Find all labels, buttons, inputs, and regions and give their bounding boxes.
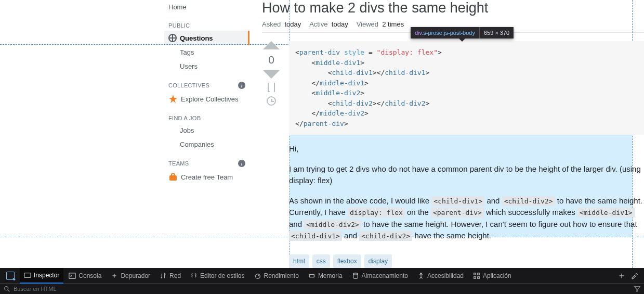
tab-style-editor[interactable]: Editor de estilos <box>186 268 248 284</box>
tab-application[interactable]: Aplicación <box>469 268 516 284</box>
tab-accessibility[interactable]: Accesibilidad <box>413 268 468 284</box>
style-icon <box>190 272 198 279</box>
post-body: <parent-div style = "display: flex"> <mi… <box>289 41 644 268</box>
console-icon <box>69 272 76 279</box>
network-icon <box>160 272 167 279</box>
tab-inspector[interactable]: Inspector <box>20 268 63 284</box>
inline-code: <child-div2> <box>502 196 555 206</box>
tab-inspector-label: Inspector <box>34 272 59 279</box>
left-sidebar: Home PUBLIC Questions Tags Users COLLECT… <box>164 0 249 268</box>
svg-point-13 <box>5 287 8 290</box>
svg-rect-2 <box>172 174 175 176</box>
sidebar-create-team[interactable]: Create free Team <box>164 169 249 185</box>
paragraph: As shown in the above code, I would like… <box>289 195 644 242</box>
svg-point-8 <box>420 273 422 274</box>
tab-storage[interactable]: Almacenamiento <box>348 268 412 284</box>
svg-rect-12 <box>478 276 480 278</box>
upvote-button[interactable] <box>263 41 280 49</box>
sidebar-tags[interactable]: Tags <box>164 45 249 59</box>
filter-icon[interactable] <box>634 285 641 292</box>
tab-debugger[interactable]: Depurador <box>107 268 154 284</box>
sidebar-explore-collectives[interactable]: Explore Collectives <box>164 91 249 107</box>
sidebar-companies[interactable]: Companies <box>164 137 249 151</box>
tab-console-label: Consola <box>78 272 101 279</box>
devtools-search-row <box>0 284 644 294</box>
tab-console[interactable]: Consola <box>64 268 106 284</box>
svg-rect-3 <box>24 273 31 277</box>
tag-list: html css flexbox display <box>289 254 644 268</box>
info-icon[interactable]: i <box>238 82 245 89</box>
tooltip-arrow <box>459 39 465 42</box>
inline-code: <child-div2> <box>359 231 412 241</box>
inline-code: <middle-div1> <box>577 208 635 218</box>
sidebar-users[interactable]: Users <box>164 59 249 73</box>
svg-rect-6 <box>310 274 314 277</box>
sidebar-teams-header: TEAMS i <box>164 151 249 169</box>
tab-storage-label: Almacenamiento <box>362 272 408 279</box>
inline-code: <child-div1> <box>289 231 342 241</box>
search-icon <box>3 285 10 292</box>
storage-icon <box>352 272 359 279</box>
inline-code: <child-div1> <box>431 196 484 206</box>
code-block: <parent-div style = "display: flex"> <mi… <box>289 41 644 135</box>
create-team-label: Create free Team <box>181 173 233 181</box>
svg-marker-0 <box>169 95 177 103</box>
meta-active: Active today <box>309 20 348 28</box>
tab-application-label: Aplicación <box>483 272 511 279</box>
globe-icon <box>168 34 177 42</box>
svg-rect-9 <box>474 273 476 275</box>
tab-memory[interactable]: Memoria <box>304 268 347 284</box>
performance-icon <box>254 272 261 279</box>
sidebar-findjob-header: FIND A JOB <box>164 107 249 123</box>
svg-rect-11 <box>474 276 476 278</box>
application-icon <box>473 272 480 279</box>
meta-viewed: Viewed 2 times <box>357 20 404 28</box>
sidebar-collectives-header: COLLECTIVES i <box>164 73 249 91</box>
tooltip-selector: div.s-prose.js-post-body <box>411 27 480 39</box>
paragraph: I am trying to get 2 divs who do not hav… <box>289 163 644 187</box>
main-content: How to make 2 divs the same height Asked… <box>249 0 644 268</box>
tag-html[interactable]: html <box>289 254 309 268</box>
picker-icon <box>6 272 15 280</box>
tag-display[interactable]: display <box>364 254 392 268</box>
paragraph: Hi, <box>289 143 644 155</box>
element-picker-button[interactable] <box>2 268 19 284</box>
debugger-icon <box>111 272 118 279</box>
svg-rect-10 <box>478 273 480 275</box>
inline-code: <parent-div> <box>431 208 484 218</box>
inspector-icon <box>24 272 31 279</box>
sidebar-questions[interactable]: Questions <box>164 31 249 45</box>
eyedropper-icon[interactable] <box>630 272 638 279</box>
inline-code: <middle-div2> <box>304 220 361 229</box>
memory-icon <box>308 272 316 279</box>
devtools-tabs: Inspector Consola Depurador Red Editor d… <box>0 268 644 284</box>
meta-asked: Asked today <box>262 20 301 28</box>
devtools-element-tooltip: div.s-prose.js-post-body 659 × 370 <box>411 27 514 39</box>
bookmark-button[interactable] <box>268 83 275 92</box>
tooltip-dimensions: 659 × 370 <box>480 27 514 39</box>
tag-css[interactable]: css <box>312 254 330 268</box>
downvote-button[interactable] <box>263 70 280 79</box>
add-icon[interactable] <box>618 272 625 279</box>
history-button[interactable] <box>267 96 276 106</box>
tab-network-label: Red <box>169 272 181 279</box>
sidebar-jobs[interactable]: Jobs <box>164 123 249 137</box>
html-search-input[interactable] <box>14 286 630 292</box>
tab-style-label: Editor de estilos <box>200 272 244 279</box>
tab-accessibility-label: Accesibilidad <box>427 272 464 279</box>
vote-score: 0 <box>268 54 274 66</box>
search-right-controls <box>618 272 642 279</box>
info-icon[interactable]: i <box>238 160 245 167</box>
vote-column: 0 <box>262 41 281 268</box>
sidebar-public-header: PUBLIC <box>164 14 249 31</box>
explore-collectives-label: Explore Collectives <box>181 95 239 103</box>
tag-flexbox[interactable]: flexbox <box>333 254 361 268</box>
accessibility-icon <box>417 272 425 279</box>
briefcase-icon <box>168 172 178 182</box>
tab-network[interactable]: Red <box>155 268 185 284</box>
sidebar-home[interactable]: Home <box>164 0 249 14</box>
devtools-panel: Inspector Consola Depurador Red Editor d… <box>0 268 644 294</box>
tab-debugger-label: Depurador <box>121 272 150 279</box>
tab-performance[interactable]: Rendimiento <box>250 268 303 284</box>
tab-performance-label: Rendimiento <box>264 272 299 279</box>
